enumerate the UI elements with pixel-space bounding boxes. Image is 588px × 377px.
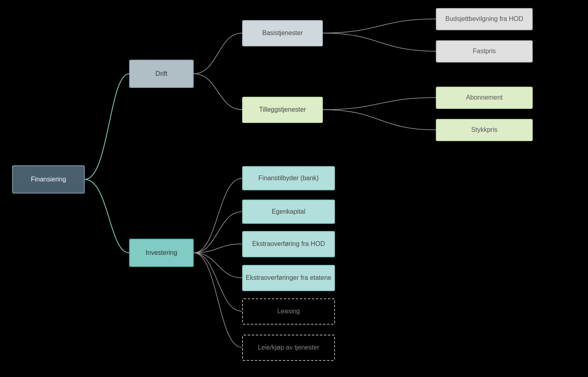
basistjenester-label: Basistjenester bbox=[262, 29, 303, 37]
fastpris-label: Fastpris bbox=[473, 47, 496, 56]
fastpris-node: Fastpris bbox=[436, 40, 533, 62]
drift-node: Drift bbox=[129, 60, 194, 88]
ekstraoverforing-etatene-label: Ekstraoverføringer fra etatene bbox=[246, 274, 332, 282]
tilleggstjenester-node: Tilleggstjenester bbox=[242, 97, 323, 123]
egenkapital-node: Egenkapital bbox=[242, 200, 335, 224]
ekstraoverforing-hod-label: Ekstraoverføring fra HOD bbox=[252, 240, 325, 248]
finanstilbyder-label: Finanstilbyder (bank) bbox=[258, 174, 318, 183]
hod-node: Budsjettbevilgning fra HOD bbox=[436, 8, 533, 30]
egenkapital-label: Egenkapital bbox=[272, 208, 306, 216]
leasing-node: Leasing bbox=[242, 298, 335, 325]
stykkpris-label: Stykkpris bbox=[471, 126, 498, 134]
ekstraoverforing-etatene-node: Ekstraoverføringer fra etatene bbox=[242, 265, 335, 291]
leasing-label: Leasing bbox=[277, 307, 300, 316]
tilleggstjenester-label: Tilleggstjenester bbox=[259, 106, 306, 114]
hod-label: Budsjettbevilgning fra HOD bbox=[446, 15, 523, 23]
finanstilbyder-node: Finanstilbyder (bank) bbox=[242, 166, 335, 190]
drift-label: Drift bbox=[155, 70, 167, 78]
investering-label: Investering bbox=[146, 249, 177, 257]
leiekjop-node: Leie/kjøp av tjenester bbox=[242, 335, 335, 361]
finansiering-node: Finansiering bbox=[12, 165, 85, 194]
abonnement-node: Abonnement bbox=[436, 87, 533, 109]
stykkpris-node: Stykkpris bbox=[436, 119, 533, 141]
leiekjop-label: Leie/kjøp av tjenester bbox=[258, 344, 319, 352]
basistjenester-node: Basistjenester bbox=[242, 20, 323, 46]
finansiering-label: Finansiering bbox=[31, 175, 66, 184]
investering-node: Investering bbox=[129, 239, 194, 267]
ekstraoverforing-hod-node: Ekstraoverføring fra HOD bbox=[242, 231, 335, 257]
abonnement-label: Abonnement bbox=[466, 94, 503, 102]
